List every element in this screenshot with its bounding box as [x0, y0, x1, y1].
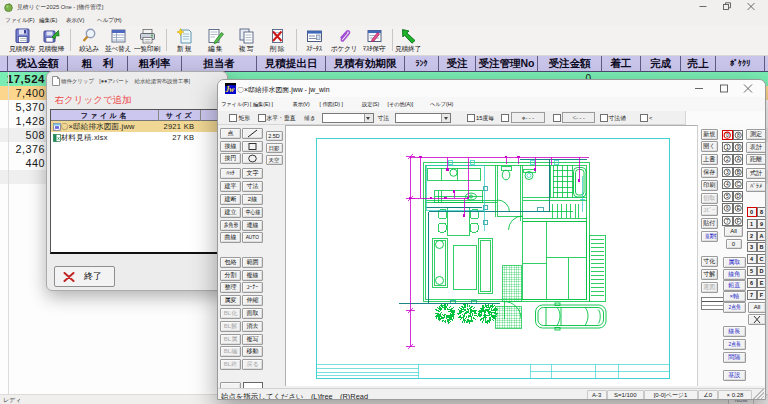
- tool-text[interactable]: 文字: [242, 168, 263, 179]
- tool-houraku[interactable]: 包絡: [220, 257, 241, 268]
- layer-A[interactable]: A: [733, 154, 744, 165]
- arrow-end-checkbox[interactable]: [553, 114, 561, 122]
- file-row-selected[interactable]: 〇×邸給排水図面.jww 2921 KB: [51, 121, 225, 132]
- jw-status-angle[interactable]: ∠0: [698, 390, 719, 400]
- cmd-save[interactable]: 保存: [701, 167, 718, 178]
- exit-button[interactable]: 終了: [54, 266, 115, 287]
- jw-menu-setting[interactable]: 設定(S): [362, 100, 379, 108]
- layer-8[interactable]: 8: [733, 130, 744, 141]
- combo-arrow-icon[interactable]: [364, 114, 373, 122]
- group-3[interactable]: 3: [747, 242, 757, 252]
- layer-2[interactable]: 2: [722, 154, 733, 165]
- tool-erase[interactable]: 消去: [242, 321, 263, 332]
- grid-header-complete[interactable]: 完成: [641, 56, 681, 72]
- layer-D[interactable]: D: [733, 191, 744, 202]
- tool-auto[interactable]: AUTO: [242, 232, 263, 243]
- write-layer-button[interactable]: 0: [726, 239, 742, 249]
- tool-chamfer[interactable]: 面取: [242, 308, 263, 319]
- group-E[interactable]: E: [757, 278, 767, 288]
- grid-header-submit-date[interactable]: 見積提出日: [257, 56, 326, 72]
- tool-back[interactable]: 戻る: [242, 359, 263, 370]
- tool-rect[interactable]: [242, 141, 263, 152]
- set-line-length[interactable]: 線長: [723, 326, 746, 337]
- set-base[interactable]: 基設: [723, 370, 746, 381]
- jw-status-scale[interactable]: S=1/100: [607, 390, 644, 400]
- set-attr-get[interactable]: 属取: [723, 257, 746, 268]
- tool-tangent[interactable]: 接線: [220, 141, 241, 152]
- group-1[interactable]: 1: [747, 219, 757, 229]
- group-2[interactable]: 2: [747, 231, 757, 241]
- line-attr-sample[interactable]: [701, 297, 725, 310]
- tool-kenritsu[interactable]: 建立: [220, 207, 241, 218]
- grid-header-expiry[interactable]: 見積有効期限: [326, 56, 405, 72]
- cmd-parametric[interactable]: ﾊﾟﾗﾒ: [746, 181, 767, 192]
- cmd-new[interactable]: 新規: [701, 129, 718, 140]
- tool-seiri[interactable]: 整理: [220, 282, 241, 293]
- cmd-table[interactable]: 表計: [746, 142, 767, 153]
- set-interval[interactable]: 間隔: [723, 352, 746, 363]
- menu-file[interactable]: ファイル(F): [5, 16, 35, 25]
- jw-menu-view[interactable]: 表示(V): [293, 100, 310, 108]
- slope-combobox[interactable]: [322, 113, 374, 123]
- set-line-angle[interactable]: 線角: [723, 269, 746, 280]
- jw-minimize-button[interactable]: [689, 80, 709, 97]
- tool-circle[interactable]: [242, 153, 263, 164]
- group-0[interactable]: 0: [747, 207, 757, 217]
- layer-9[interactable]: 9: [733, 142, 744, 153]
- main-close-button[interactable]: [741, 0, 761, 13]
- cmd-distance[interactable]: 距離: [746, 154, 767, 165]
- group-A[interactable]: A: [757, 231, 767, 241]
- layer-5[interactable]: 5: [722, 191, 733, 202]
- tool-kenpei[interactable]: 建平: [220, 181, 241, 192]
- group-4[interactable]: 4: [747, 254, 757, 264]
- lt-checkbox[interactable]: [640, 114, 648, 122]
- tool-blkai[interactable]: BL解: [220, 321, 241, 332]
- jw-menu-other[interactable]: [その他(A)]: [388, 100, 414, 108]
- arrow-end-button[interactable]: <- - -: [562, 112, 595, 123]
- file-list-header-name[interactable]: ファイル名: [51, 110, 159, 121]
- main-minimize-button[interactable]: [693, 0, 713, 13]
- resize-grip[interactable]: [753, 389, 764, 400]
- cmd-print[interactable]: 印刷: [701, 180, 718, 191]
- tool-range[interactable]: 範囲: [242, 257, 263, 268]
- tool-curve[interactable]: 曲線: [220, 232, 241, 243]
- cmd-formula[interactable]: 式計: [746, 168, 767, 179]
- cmd-overwrite[interactable]: 上書: [701, 154, 718, 165]
- rect-checkbox[interactable]: [229, 114, 237, 122]
- jw-canvas[interactable]: [285, 125, 698, 387]
- jw-menu-edit[interactable]: [ 編集(E) ]: [250, 100, 273, 108]
- circle-end-checkbox[interactable]: [501, 114, 509, 122]
- file-row[interactable]: 材料見積.xlsx 27 KB: [51, 132, 225, 143]
- layer-B[interactable]: B: [733, 167, 744, 178]
- grid-header-person[interactable]: 担当者: [182, 56, 257, 72]
- tool-2line[interactable]: 2線: [242, 194, 263, 205]
- grid-header-start[interactable]: 着工: [602, 56, 641, 72]
- circle-end-button[interactable]: ●- - -: [511, 112, 545, 123]
- group-x-button[interactable]: [748, 314, 766, 325]
- jw-status-page[interactable]: [0-0]ページ1: [644, 390, 698, 400]
- cmd-paste[interactable]: 貼付: [701, 218, 718, 229]
- tool-point[interactable]: 点: [220, 128, 241, 139]
- layer-4[interactable]: 4: [722, 179, 733, 190]
- combo-arrow-icon[interactable]: [441, 114, 450, 122]
- deg15-checkbox[interactable]: [467, 114, 475, 122]
- tool-corner[interactable]: ｺｰﾅｰ: [242, 282, 263, 293]
- tool-25d[interactable]: 2.5D: [266, 131, 283, 141]
- tool-divide[interactable]: 分割: [220, 270, 241, 281]
- group-8[interactable]: 8: [757, 207, 767, 217]
- tool-blka[interactable]: BL化: [220, 308, 241, 319]
- grid-header-gross-profit[interactable]: 粗 利: [68, 56, 128, 72]
- tool-blzoku[interactable]: BL属: [220, 334, 241, 345]
- jw-menu-help[interactable]: ヘルプ(H): [430, 100, 453, 108]
- toolbar-master-button[interactable]: ﾏｽﾀ保守: [355, 28, 393, 54]
- set-2pt-length[interactable]: 2点長: [723, 339, 746, 350]
- grid-header-profit-rate[interactable]: 粗利率: [128, 56, 182, 72]
- group-9[interactable]: 9: [757, 219, 767, 229]
- group-5[interactable]: 5: [747, 266, 757, 276]
- tool-move[interactable]: 移動: [242, 346, 263, 357]
- grid-header-rank[interactable]: ﾗﾝｸ: [405, 56, 439, 72]
- tool-blhen[interactable]: BL編: [220, 346, 241, 357]
- toolbar-delete-button[interactable]: 削 除: [258, 28, 296, 54]
- tool-polyline[interactable]: 連線: [242, 220, 263, 231]
- tool-tangent-circle[interactable]: 接円: [220, 153, 241, 164]
